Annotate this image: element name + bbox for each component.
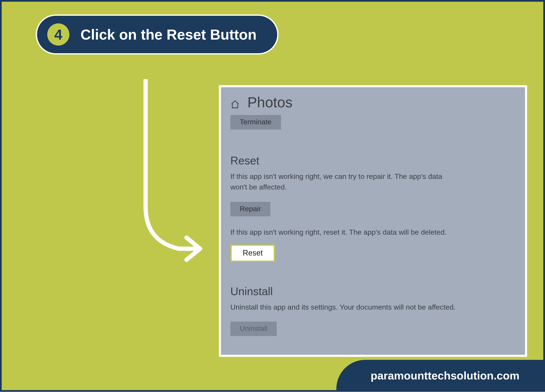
uninstall-description: Uninstall this app and its settings. You… [230,303,460,313]
repair-button[interactable]: Repair [230,202,270,217]
step-header-pill: 4 Click on the Reset Button [36,14,278,55]
repair-description: If this app isn't working right, we can … [230,172,460,193]
reset-section-heading: Reset [230,154,516,167]
footer-attribution: paramounttechsolution.com [337,360,545,392]
uninstall-section-heading: Uninstall [230,285,516,298]
reset-button[interactable]: Reset [230,245,275,262]
reset-description: If this app isn't working right, reset i… [230,229,516,237]
settings-panel: Photos Terminate Reset If this app isn't… [219,85,527,357]
step-number-badge: 4 [47,23,69,46]
page-title: Photos [247,94,292,111]
terminate-button[interactable]: Terminate [230,115,281,130]
panel-header: Photos [230,94,516,111]
step-title: Click on the Reset Button [81,26,257,43]
arrow-indicator [141,79,204,262]
tutorial-card: 4 Click on the Reset Button Photos Termi… [0,0,545,392]
uninstall-button[interactable]: Uninstall [230,322,277,336]
home-icon [230,100,240,109]
